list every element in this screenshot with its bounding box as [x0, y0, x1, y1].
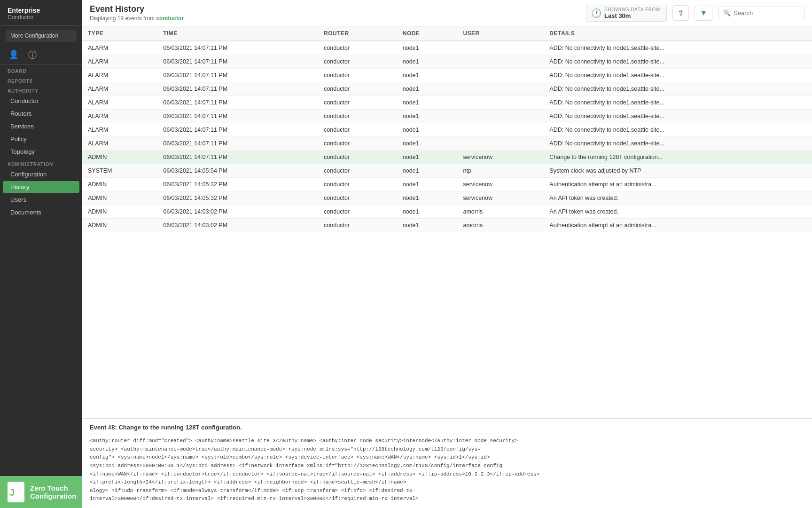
cell-details: ADD: No connectivity to node1.seattle-si…: [544, 82, 812, 96]
table-row[interactable]: ALARM06/03/2021 14:07:11 PMconductornode…: [82, 123, 812, 137]
cell-details: ADD: No connectivity to node1.seattle-si…: [544, 55, 812, 69]
cell-type: ALARM: [82, 41, 157, 55]
table-row[interactable]: ALARM06/03/2021 14:07:11 PMconductornode…: [82, 55, 812, 69]
more-configuration-button[interactable]: More Configuration: [6, 30, 77, 42]
cell-node: node1: [397, 137, 458, 151]
sidebar-item-routers[interactable]: Routers: [3, 108, 79, 119]
table-row[interactable]: ADMIN06/03/2021 14:07:11 PMconductornode…: [82, 151, 812, 164]
cell-details: Change to the running 128T configuration…: [544, 151, 812, 164]
sidebar-item-conductor[interactable]: Conductor: [3, 95, 79, 107]
table-body: ALARM06/03/2021 14:07:11 PMconductornode…: [82, 41, 812, 232]
cell-time: 06/03/2021 14:07:11 PM: [157, 96, 318, 110]
cell-time: 06/03/2021 14:07:11 PM: [157, 82, 318, 96]
cell-type: ALARM: [82, 137, 157, 151]
cell-router: conductor: [318, 41, 397, 55]
table-row[interactable]: SYSTEM06/03/2021 14:05:54 PMconductornod…: [82, 164, 812, 178]
cell-user: amorris: [457, 219, 544, 232]
sidebar-footer: J Zero Touch Configuration: [0, 476, 82, 508]
cell-user: [457, 110, 544, 123]
cell-router: conductor: [318, 69, 397, 82]
export-button[interactable]: ⇧: [672, 5, 689, 21]
table-row[interactable]: ALARM06/03/2021 14:07:11 PMconductornode…: [82, 69, 812, 82]
col-time: Time: [157, 26, 318, 41]
cell-user: [457, 82, 544, 96]
cell-type: ALARM: [82, 55, 157, 69]
cell-time: 06/03/2021 14:07:11 PM: [157, 110, 318, 123]
col-user: User: [457, 26, 544, 41]
cell-time: 06/03/2021 14:07:11 PM: [157, 41, 318, 55]
cell-user: ntp: [457, 164, 544, 178]
cell-user: [457, 69, 544, 82]
cell-type: ADMIN: [82, 219, 157, 232]
cell-node: node1: [397, 164, 458, 178]
svg-text:J: J: [9, 487, 15, 498]
search-box[interactable]: 🔍: [718, 7, 804, 19]
events-table-area: Type Time Router Node User Details ALARM…: [82, 26, 812, 418]
cell-node: node1: [397, 123, 458, 137]
clock-icon: 🕐: [591, 8, 601, 18]
cell-type: ADMIN: [82, 178, 157, 191]
cell-user: [457, 41, 544, 55]
cell-type: ALARM: [82, 110, 157, 123]
main-content: Event History Displaying 19 events from …: [82, 0, 812, 508]
page-title: Event History: [90, 4, 184, 14]
cell-type: SYSTEM: [82, 164, 157, 178]
sidebar-item-documents[interactable]: Documents: [3, 206, 79, 218]
detail-panel: Event #8: Change to the running 128T con…: [82, 418, 812, 508]
user-icon[interactable]: 👤: [8, 49, 19, 61]
cell-node: node1: [397, 69, 458, 82]
cell-details: ADD: No connectivity to node1.seattle-si…: [544, 41, 812, 55]
cell-time: 06/03/2021 14:07:11 PM: [157, 123, 318, 137]
info-icon[interactable]: ⓘ: [28, 49, 37, 61]
table-row[interactable]: ALARM06/03/2021 14:07:11 PMconductornode…: [82, 137, 812, 151]
cell-time: 06/03/2021 14:07:11 PM: [157, 137, 318, 151]
table-row[interactable]: ALARM06/03/2021 14:07:11 PMconductornode…: [82, 96, 812, 110]
sidebar-item-services[interactable]: Services: [3, 120, 79, 132]
cell-type: ADMIN: [82, 191, 157, 205]
sidebar-item-topology[interactable]: Topology: [3, 146, 79, 158]
brand-tagline: Zero Touch Configuration: [30, 484, 76, 500]
table-row[interactable]: ALARM06/03/2021 14:07:11 PMconductornode…: [82, 110, 812, 123]
cell-user: [457, 137, 544, 151]
topbar: Event History Displaying 19 events from …: [82, 0, 812, 26]
sidebar-section-authority: AUTHORITY: [0, 85, 82, 95]
cell-router: conductor: [318, 219, 397, 232]
filter-button[interactable]: ▼: [695, 6, 712, 21]
sidebar-item-history[interactable]: History: [3, 181, 79, 193]
table-row[interactable]: ADMIN06/03/2021 14:05:32 PMconductornode…: [82, 191, 812, 205]
sidebar-item-users[interactable]: Users: [3, 194, 79, 206]
cell-router: conductor: [318, 205, 397, 219]
table-row[interactable]: ALARM06/03/2021 14:07:11 PMconductornode…: [82, 82, 812, 96]
cell-node: node1: [397, 151, 458, 164]
search-icon: 🔍: [723, 9, 731, 16]
cell-details: An API token was created.: [544, 205, 812, 219]
table-row[interactable]: ADMIN06/03/2021 14:03:02 PMconductornode…: [82, 205, 812, 219]
cell-details: An API token was created.: [544, 191, 812, 205]
sidebar-item-configuration[interactable]: Configuration: [3, 168, 79, 180]
cell-user: [457, 123, 544, 137]
cell-node: node1: [397, 82, 458, 96]
cell-time: 06/03/2021 14:07:11 PM: [157, 151, 318, 164]
sidebar-item-policy[interactable]: Policy: [3, 133, 79, 145]
cell-type: ADMIN: [82, 205, 157, 219]
table-row[interactable]: ADMIN06/03/2021 14:05:32 PMconductornode…: [82, 178, 812, 191]
cell-details: ADD: No connectivity to node1.seattle-si…: [544, 137, 812, 151]
cell-user: [457, 96, 544, 110]
sidebar: Enterprise Conductor More Configuration …: [0, 0, 82, 508]
data-from-badge: 🕐 SHOWING DATA FROM: Last 30m: [586, 5, 667, 22]
col-type: Type: [82, 26, 157, 41]
cell-router: conductor: [318, 55, 397, 69]
cell-router: conductor: [318, 123, 397, 137]
page-subtitle: Displaying 19 events from conductor: [90, 15, 184, 22]
detail-content[interactable]: <authy:router diff:mod="created"> <authy…: [90, 437, 804, 503]
table-row[interactable]: ALARM06/03/2021 14:07:11 PMconductornode…: [82, 41, 812, 55]
cell-time: 06/03/2021 14:05:32 PM: [157, 178, 318, 191]
table-row[interactable]: ADMIN06/03/2021 14:03:02 PMconductornode…: [82, 219, 812, 232]
col-details: Details: [544, 26, 812, 41]
search-input[interactable]: [734, 9, 799, 16]
cell-type: ALARM: [82, 82, 157, 96]
cell-details: ADD: No connectivity to node1.seattle-si…: [544, 123, 812, 137]
cell-user: amorris: [457, 205, 544, 219]
cell-node: node1: [397, 96, 458, 110]
detail-title: Event #8: Change to the running 128T con…: [90, 424, 804, 434]
